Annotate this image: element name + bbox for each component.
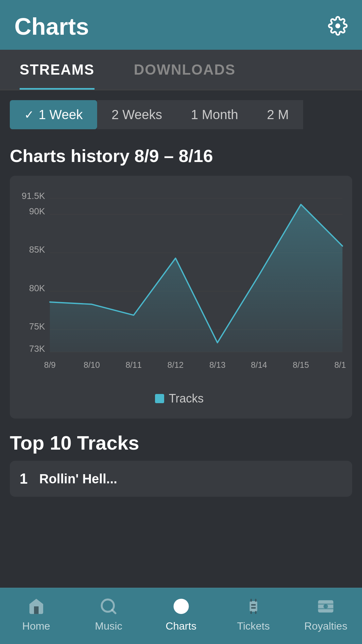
- svg-text:90K: 90K: [29, 206, 45, 216]
- svg-text:8/12: 8/12: [167, 360, 183, 369]
- svg-line-21: [112, 610, 115, 613]
- nav-item-tickets[interactable]: Tickets: [217, 597, 289, 632]
- legend-color-tracks: [155, 394, 164, 403]
- page-title: Charts: [14, 13, 89, 40]
- svg-text:€: €: [324, 604, 327, 609]
- nav-label-tickets: Tickets: [237, 620, 270, 632]
- tickets-icon: [244, 597, 263, 617]
- gear-icon[interactable]: [328, 16, 348, 37]
- top10-title: Top 10 Tracks: [10, 432, 352, 454]
- chart-container: 91.5K 90K 85K 80K 75K 73K: [10, 176, 352, 419]
- period-2weeks[interactable]: 2 Weeks: [97, 100, 177, 129]
- svg-text:8/13: 8/13: [209, 360, 225, 369]
- svg-text:80K: 80K: [29, 283, 45, 293]
- legend-label-tracks: Tracks: [169, 392, 204, 405]
- tab-downloads[interactable]: DOWNLOADS: [114, 50, 255, 90]
- svg-text:8/10: 8/10: [84, 360, 100, 369]
- table-row: 1 Rollin' Hell...: [10, 461, 352, 497]
- nav-label-charts: Charts: [165, 620, 196, 632]
- nav-item-charts[interactable]: Charts: [145, 597, 217, 632]
- period-1week[interactable]: ✓ 1 Week: [10, 100, 97, 129]
- nav-label-home: Home: [22, 620, 50, 632]
- svg-text:91.5K: 91.5K: [22, 191, 45, 201]
- nav-label-royalties: Royalties: [304, 620, 348, 632]
- nav-item-music[interactable]: Music: [72, 597, 145, 632]
- bottom-nav: Home Music Charts: [0, 588, 362, 644]
- period-1month[interactable]: 1 Month: [177, 100, 253, 129]
- svg-text:8/15: 8/15: [293, 360, 309, 369]
- royalties-icon: €: [317, 597, 335, 617]
- chart-history-title: Charts history 8/9 – 8/16: [10, 146, 352, 166]
- track-name: Rollin' Hell...: [39, 472, 117, 486]
- svg-text:85K: 85K: [29, 244, 45, 255]
- svg-rect-22: [251, 604, 256, 606]
- svg-rect-23: [251, 607, 256, 609]
- svg-text:8/9: 8/9: [44, 360, 56, 369]
- track-rank: 1: [20, 471, 33, 487]
- svg-text:8/11: 8/11: [126, 360, 142, 369]
- chart-svg: 91.5K 90K 85K 80K 75K 73K: [13, 186, 346, 384]
- period-2months[interactable]: 2 M: [252, 100, 303, 129]
- svg-text:8/14: 8/14: [251, 360, 267, 369]
- tab-bar: STREAMS DOWNLOADS: [0, 50, 362, 90]
- chart-area-fill: [50, 205, 342, 352]
- main-content: Charts history 8/9 – 8/16 91.5K 90K 85K …: [0, 136, 362, 497]
- chart-legend: Tracks: [13, 392, 346, 405]
- charts-icon: [172, 597, 190, 617]
- nav-item-home[interactable]: Home: [0, 597, 72, 632]
- nav-label-music: Music: [95, 620, 122, 632]
- chart-area: 91.5K 90K 85K 80K 75K 73K: [13, 186, 346, 385]
- svg-text:73K: 73K: [29, 344, 45, 354]
- track-info: Rollin' Hell...: [39, 472, 342, 486]
- tab-streams[interactable]: STREAMS: [0, 50, 114, 90]
- home-icon: [27, 597, 45, 617]
- period-selector: ✓ 1 Week 2 Weeks 1 Month 2 M: [0, 90, 362, 136]
- check-icon: ✓: [24, 108, 34, 122]
- nav-item-royalties[interactable]: € Royalties: [290, 597, 362, 632]
- music-icon: [99, 597, 118, 617]
- svg-text:8/16: 8/16: [334, 360, 346, 369]
- header: Charts: [0, 0, 362, 50]
- svg-text:75K: 75K: [29, 321, 45, 331]
